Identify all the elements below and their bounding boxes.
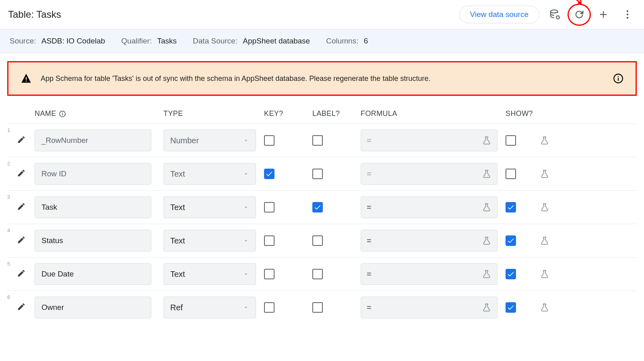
flask-icon — [482, 269, 491, 279]
formula-input[interactable]: = — [361, 297, 497, 318]
regenerate-button[interactable] — [571, 6, 588, 23]
show-checkbox[interactable] — [506, 135, 516, 146]
flask-icon — [540, 269, 549, 279]
key-checkbox[interactable] — [264, 269, 275, 279]
svg-point-0 — [551, 10, 558, 13]
label-checkbox[interactable] — [312, 202, 323, 212]
flask-icon — [540, 169, 549, 179]
edit-column-button[interactable] — [17, 235, 26, 244]
column-type-label: Ref — [170, 303, 183, 312]
svg-rect-9 — [618, 76, 619, 77]
label-checkbox[interactable] — [312, 302, 323, 313]
chevron-down-icon — [243, 137, 249, 144]
key-checkbox[interactable] — [264, 135, 275, 146]
column-type-select[interactable]: Number — [163, 130, 256, 151]
svg-rect-12 — [62, 112, 63, 113]
svg-point-1 — [557, 16, 559, 19]
edit-column-button[interactable] — [17, 135, 26, 144]
warning-message: App Schema for table 'Tasks' is out of s… — [41, 74, 604, 83]
column-type-select[interactable]: Text — [163, 230, 256, 252]
qualifier-value: Tasks — [157, 37, 177, 45]
datasource-label: Data Source: — [193, 37, 237, 45]
plus-icon — [598, 9, 609, 20]
edit-column-button[interactable] — [17, 202, 26, 211]
view-data-source-button[interactable]: View data source — [459, 6, 539, 23]
formula-input[interactable]: = — [361, 130, 497, 151]
show-formula-button[interactable] — [538, 134, 551, 147]
formula-eq: = — [367, 236, 372, 245]
column-row: 3TaskText= — [7, 190, 637, 224]
svg-rect-8 — [618, 78, 619, 81]
show-checkbox[interactable] — [506, 169, 516, 179]
more-vert-icon — [622, 9, 633, 20]
show-checkbox[interactable] — [506, 269, 516, 279]
key-checkbox[interactable] — [264, 302, 275, 313]
column-name-input[interactable]: Status — [35, 230, 151, 252]
label-checkbox[interactable] — [312, 235, 323, 246]
formula-eq: = — [367, 203, 372, 212]
label-checkbox[interactable] — [312, 135, 323, 146]
flask-icon — [482, 303, 491, 312]
add-button[interactable] — [595, 6, 612, 23]
flask-icon — [540, 136, 549, 145]
column-row: 6OwnerRef= — [7, 291, 637, 324]
svg-point-4 — [627, 17, 629, 19]
column-type-select[interactable]: Text — [163, 163, 256, 185]
info-outline-icon[interactable] — [59, 110, 66, 118]
show-formula-button[interactable] — [538, 301, 551, 314]
info-icon[interactable] — [613, 73, 623, 84]
column-type-label: Text — [170, 270, 185, 279]
column-type-select[interactable]: Text — [163, 196, 256, 218]
formula-eq: = — [367, 270, 372, 279]
column-type-select[interactable]: Text — [163, 263, 256, 285]
chevron-down-icon — [243, 171, 249, 177]
more-menu-button[interactable] — [619, 6, 636, 23]
show-checkbox[interactable] — [506, 202, 516, 212]
column-name-input[interactable]: Row ID — [35, 163, 151, 185]
attention-arrow-icon — [566, 0, 584, 6]
edit-column-button[interactable] — [17, 302, 26, 311]
show-formula-button[interactable] — [538, 234, 551, 248]
column-type-label: Text — [170, 203, 185, 212]
label-checkbox[interactable] — [312, 169, 323, 179]
show-formula-button[interactable] — [538, 267, 551, 281]
show-formula-button[interactable] — [538, 200, 551, 214]
formula-input[interactable]: = — [361, 230, 497, 252]
show-checkbox[interactable] — [506, 302, 516, 313]
check-icon — [507, 270, 515, 278]
flask-icon — [482, 136, 491, 145]
page-title: Table: Tasks — [8, 9, 459, 20]
column-name-input[interactable]: _RowNumber — [35, 130, 151, 151]
column-type-label: Text — [170, 236, 185, 245]
edit-column-button[interactable] — [17, 269, 26, 278]
label-checkbox[interactable] — [312, 269, 323, 279]
column-row: 1_RowNumberNumber= — [7, 124, 637, 157]
check-icon — [507, 303, 515, 311]
formula-input[interactable]: = — [361, 163, 497, 185]
show-formula-button[interactable] — [538, 167, 551, 181]
svg-point-2 — [627, 10, 629, 12]
table-settings-button[interactable] — [547, 6, 564, 23]
source-label: Source: — [10, 37, 36, 45]
columns-header: NAME TYPE KEY? LABEL? FORMULA SHOW? — [7, 106, 637, 124]
key-checkbox[interactable] — [264, 169, 275, 179]
header-key: KEY? — [264, 109, 312, 118]
column-row: 5Due DateText= — [7, 257, 637, 291]
key-checkbox[interactable] — [264, 235, 275, 246]
column-type-label: Number — [170, 136, 199, 145]
column-name-input[interactable]: Owner — [35, 297, 151, 318]
svg-point-3 — [627, 14, 629, 16]
chevron-down-icon — [243, 204, 249, 210]
column-name-input[interactable]: Task — [35, 196, 151, 218]
column-type-select[interactable]: Ref — [163, 297, 256, 318]
qualifier-label: Qualifier: — [121, 37, 152, 45]
flask-icon — [482, 202, 491, 212]
chevron-down-icon — [243, 271, 249, 277]
formula-input[interactable]: = — [361, 196, 497, 218]
formula-input[interactable]: = — [361, 263, 497, 285]
show-checkbox[interactable] — [506, 235, 516, 246]
key-checkbox[interactable] — [264, 202, 275, 212]
row-index: 3 — [7, 194, 17, 200]
column-name-input[interactable]: Due Date — [35, 263, 151, 285]
edit-column-button[interactable] — [17, 169, 26, 177]
